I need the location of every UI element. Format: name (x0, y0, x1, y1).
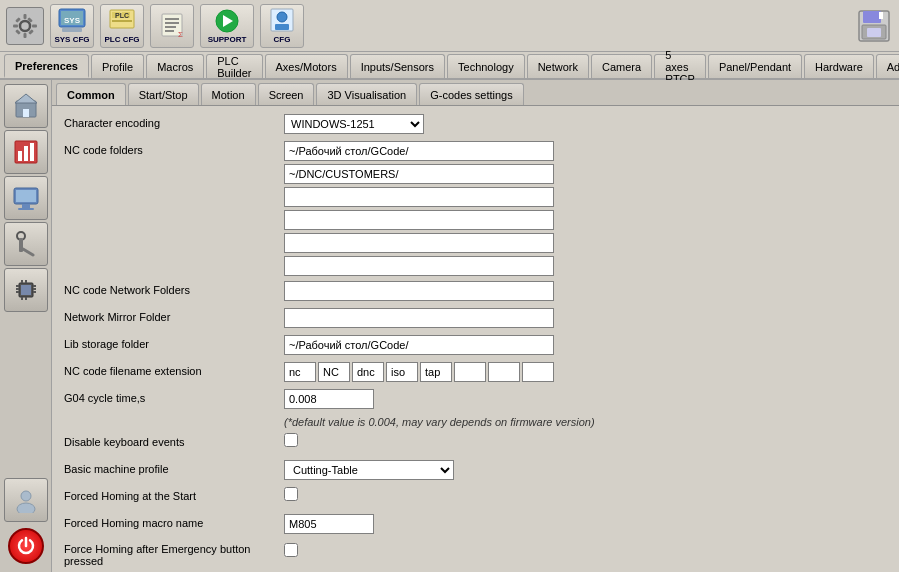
left-sidebar (0, 80, 52, 572)
ext-input-1[interactable] (318, 362, 350, 382)
subtab-common[interactable]: Common (56, 83, 126, 105)
row-forced-homing-start: Forced Homing at the Start (64, 487, 887, 509)
control-lib-storage (284, 335, 887, 355)
sidebar-chart-btn[interactable] (4, 130, 48, 174)
svg-rect-49 (21, 285, 31, 295)
sys-cfg-button[interactable]: SYS SYS CFG (50, 4, 94, 48)
svg-text:SYS: SYS (64, 16, 81, 25)
main-panel: Common Start/Stop Motion Screen 3D Visua… (52, 80, 899, 572)
select-machine-profile[interactable]: Cutting-Table Milling Lathe Router (284, 460, 454, 480)
subtab-screen[interactable]: Screen (258, 83, 315, 105)
ext-input-4[interactable] (420, 362, 452, 382)
ext-input-7[interactable] (522, 362, 554, 382)
svg-rect-39 (24, 146, 28, 161)
ext-input-0[interactable] (284, 362, 316, 382)
tab-network[interactable]: Network (527, 54, 589, 78)
macros-button[interactable]: Σ (150, 4, 194, 48)
svg-rect-5 (15, 17, 21, 23)
nc-folder-input-0[interactable] (284, 141, 554, 161)
lib-storage-input[interactable] (284, 335, 554, 355)
ext-input-3[interactable] (386, 362, 418, 382)
svg-rect-40 (30, 143, 34, 161)
svg-rect-11 (62, 28, 82, 32)
svg-marker-35 (15, 94, 37, 103)
label-nc-network-folders: NC code Network Folders (64, 281, 284, 296)
row-lib-storage: Lib storage folder (64, 335, 887, 357)
svg-text:Σ: Σ (178, 30, 183, 39)
label-forced-homing-start: Forced Homing at the Start (64, 487, 284, 502)
control-disable-keyboard (284, 433, 887, 447)
label-nc-ext: NC code filename extension (64, 362, 284, 377)
tab-preferences[interactable]: Preferences (4, 54, 89, 78)
nc-folder-input-2[interactable] (284, 187, 554, 207)
sub-tab-bar: Common Start/Stop Motion Screen 3D Visua… (52, 80, 899, 106)
subtab-3d-vis[interactable]: 3D Visualisation (316, 83, 417, 105)
control-forced-homing-start (284, 487, 887, 501)
checkbox-force-homing-emergency[interactable] (284, 543, 298, 557)
tab-profile[interactable]: Profile (91, 54, 144, 78)
checkbox-disable-keyboard[interactable] (284, 433, 298, 447)
power-button[interactable] (8, 528, 44, 564)
subtab-motion[interactable]: Motion (201, 83, 256, 105)
nc-folder-input-5[interactable] (284, 256, 554, 276)
svg-rect-1 (24, 14, 27, 19)
nc-folder-input-3[interactable] (284, 210, 554, 230)
select-character-encoding[interactable]: WINDOWS-1251 UTF-8 (284, 114, 424, 134)
tab-advanced[interactable]: Advanced (876, 54, 899, 78)
label-network-mirror: Network Mirror Folder (64, 308, 284, 323)
svg-rect-42 (16, 190, 36, 202)
tab-5axes-rtcp[interactable]: 5 axes RTCP (654, 54, 706, 78)
control-g04-time (284, 389, 887, 409)
ext-input-2[interactable] (352, 362, 384, 382)
sidebar-chip-btn[interactable] (4, 268, 48, 312)
nc-folder-input-1[interactable] (284, 164, 554, 184)
cfg-button[interactable]: CFG (260, 4, 304, 48)
control-force-homing-emergency (284, 541, 887, 557)
svg-rect-28 (275, 24, 289, 30)
control-nc-ext (284, 362, 887, 382)
sidebar-display-btn[interactable] (4, 176, 48, 220)
row-nc-folders: NC code folders (64, 141, 887, 276)
control-homing-macro-name (284, 514, 887, 534)
tab-camera[interactable]: Camera (591, 54, 652, 78)
sidebar-wrench-btn[interactable] (4, 222, 48, 266)
svg-line-47 (23, 249, 33, 255)
tab-technology[interactable]: Technology (447, 54, 525, 78)
tab-axes-motors[interactable]: Axes/Motors (265, 54, 348, 78)
label-character-encoding: Character encoding (64, 114, 284, 129)
main-gear-icon[interactable] (6, 7, 44, 45)
svg-rect-33 (867, 28, 881, 37)
label-disable-keyboard: Disable keyboard events (64, 433, 284, 448)
tab-macros[interactable]: Macros (146, 54, 204, 78)
svg-rect-3 (13, 24, 18, 27)
select-machine-profile-wrapper: Cutting-Table Milling Lathe Router (284, 460, 887, 480)
nc-network-folder-input[interactable] (284, 281, 554, 301)
tab-inputs-sensors[interactable]: Inputs/Sensors (350, 54, 445, 78)
ext-row (284, 362, 887, 382)
homing-macro-input[interactable] (284, 514, 374, 534)
subtab-gcodes[interactable]: G-codes settings (419, 83, 524, 105)
subtab-start-stop[interactable]: Start/Stop (128, 83, 199, 105)
row-nc-network-folders: NC code Network Folders (64, 281, 887, 303)
network-mirror-input[interactable] (284, 308, 554, 328)
tab-panel-pendant[interactable]: Panel/Pendant (708, 54, 802, 78)
g04-time-input[interactable] (284, 389, 374, 409)
label-force-homing-emergency: Force Homing after Emergency button pres… (64, 541, 284, 567)
svg-point-27 (277, 12, 287, 22)
tab-hardware[interactable]: Hardware (804, 54, 874, 78)
ext-input-5[interactable] (454, 362, 486, 382)
row-g04-time: G04 cycle time,s (64, 389, 887, 411)
nc-folder-input-4[interactable] (284, 233, 554, 253)
checkbox-forced-homing-start[interactable] (284, 487, 298, 501)
support-button[interactable]: SUPPORT (200, 4, 254, 48)
svg-rect-2 (24, 33, 27, 38)
row-machine-profile: Basic machine profile Cutting-Table Mill… (64, 460, 887, 482)
sidebar-user-btn[interactable] (4, 478, 48, 522)
cfg-label: CFG (274, 35, 291, 44)
row-disable-keyboard: Disable keyboard events (64, 433, 887, 455)
tab-plc-builder[interactable]: PLC Builder (206, 54, 262, 78)
save-button[interactable] (855, 7, 893, 45)
sidebar-home-btn[interactable] (4, 84, 48, 128)
plc-cfg-button[interactable]: PLC PLC CFG (100, 4, 144, 48)
ext-input-6[interactable] (488, 362, 520, 382)
